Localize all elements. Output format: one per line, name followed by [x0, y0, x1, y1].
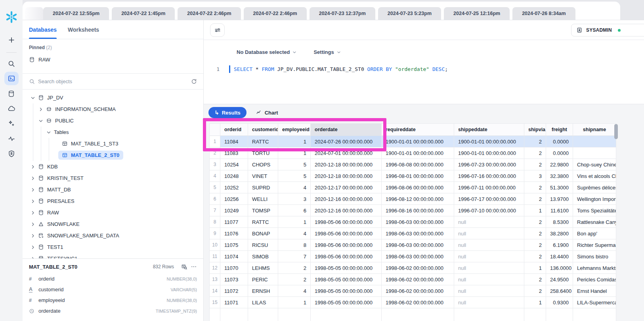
search-objects-input[interactable] [38, 78, 188, 84]
settings-dropdown[interactable]: Settings [313, 49, 341, 55]
cell-freight[interactable]: 258.6400 [546, 285, 573, 297]
cell-orderid[interactable]: 10256 [220, 193, 248, 205]
row-number[interactable]: 14 [210, 285, 220, 297]
ai-sparkles-nav-icon[interactable] [4, 117, 19, 130]
tree-item-mat_table_2_st0[interactable]: MAT_TABLE_2_ST0 [23, 149, 203, 161]
cell-customerid[interactable]: RICSU [248, 239, 278, 251]
cell-customerid[interactable]: SIMOB [248, 251, 278, 262]
row-number[interactable]: 4 [210, 170, 220, 182]
cell-shipvia[interactable]: 2 [524, 228, 546, 239]
cell-shippeddate[interactable]: null [454, 228, 524, 239]
cell-orderdate[interactable]: 1998-05-06 00:00:00.000 [311, 228, 382, 239]
cell-requireddate[interactable]: 1996-08-08 00:00:00.000 [382, 159, 454, 170]
pinned-item-raw[interactable]: RAW [29, 54, 197, 65]
cell-shipvia[interactable]: 2 [524, 193, 546, 205]
cell-customerid[interactable]: LEHMS [248, 262, 278, 274]
role-selector-button[interactable]: SYSADMIN [571, 24, 644, 36]
tree-item-presales[interactable]: PRESALES [23, 195, 203, 207]
cell-freight[interactable]: 38.2800 [546, 228, 573, 239]
refresh-icon[interactable] [191, 78, 197, 84]
cell-freight[interactable]: 136.0000 [546, 262, 573, 274]
row-number[interactable]: 12 [210, 262, 220, 274]
cell-shippeddate[interactable]: null [454, 216, 524, 228]
cell-requireddate[interactable]: 1900-01-01 00:00:00.000 [382, 147, 454, 159]
activity-nav-icon[interactable] [4, 132, 19, 145]
cell-shipvia[interactable]: 2 [524, 147, 546, 159]
cell-employeeid[interactable]: 4 [278, 228, 311, 239]
cell-shippeddate[interactable]: 1996-07-17 00:00:00.000 [454, 193, 524, 205]
cell-orderid[interactable]: 11075 [220, 239, 248, 251]
tab-results[interactable]: ↳ Results [208, 107, 247, 118]
cell-customerid[interactable]: ERNSH [248, 285, 278, 297]
cloud-nav-icon[interactable] [4, 102, 19, 115]
worksheet-tab[interactable]: 2024-07-22 1:45pm [112, 7, 175, 20]
cell-shippeddate[interactable]: 1996-07-11 00:00:00.000 [454, 182, 524, 193]
scrollbar-thumb[interactable] [614, 124, 618, 139]
cell-orderdate[interactable]: 2020-12-17 00:00:00.000 [311, 182, 382, 193]
row-number[interactable]: 7 [210, 205, 220, 216]
column-header-requireddate[interactable]: requireddate [382, 124, 454, 136]
cell-freight[interactable]: 0.0000 [546, 136, 573, 147]
cell-employeeid[interactable]: 5 [278, 170, 311, 182]
cell-freight[interactable]: 6.1900 [546, 239, 573, 251]
cell-orderid[interactable]: 11074 [220, 251, 248, 262]
cell-customerid[interactable]: PERIC [248, 274, 278, 285]
cell-orderdate[interactable]: 1998-05-05 00:00:00.000 [311, 297, 382, 308]
cell-shipvia[interactable]: 3 [524, 170, 546, 182]
cell-customerid[interactable]: RATTC [248, 216, 278, 228]
preview-data-icon[interactable] [181, 264, 187, 270]
cell-shipvia[interactable]: 2 [524, 285, 546, 297]
worksheet-tab[interactable]: 2024-07-25 12:16pm [444, 7, 510, 20]
cell-shippeddate[interactable]: 1900-01-01 00:00:00.000 [454, 147, 524, 159]
cell-customerid[interactable]: CHOPS [248, 159, 278, 170]
tab-chart[interactable]: Chart [256, 110, 278, 116]
cell-employeeid[interactable]: 8 [278, 239, 311, 251]
row-number[interactable]: 9 [210, 228, 220, 239]
cell-customerid[interactable]: TOMSP [248, 205, 278, 216]
worksheet-tab[interactable]: 2024-07-23 12:37pm [310, 7, 375, 20]
cell-freight[interactable]: 8.5300 [546, 216, 573, 228]
row-number[interactable]: 15 [210, 297, 220, 308]
row-number[interactable]: 6 [210, 193, 220, 205]
cell-freight[interactable]: 18.4400 [546, 251, 573, 262]
cell-shipvia[interactable]: 2 [524, 136, 546, 147]
worksheet-tab[interactable]: 2024-07-22 2:46pm [178, 7, 241, 20]
column-header-shipname[interactable]: shipname [573, 124, 616, 136]
cell-orderid[interactable]: 10249 [220, 205, 248, 216]
cell-customerid[interactable]: LILAS [248, 297, 278, 308]
cell-employeeid[interactable]: 2 [278, 262, 311, 274]
cell-freight[interactable]: 0.0000 [546, 147, 573, 159]
cell-orderid[interactable]: 10254 [220, 159, 248, 170]
cell-shipname[interactable] [573, 136, 616, 147]
cell-shipvia[interactable]: 2 [524, 216, 546, 228]
tree-item-test1[interactable]: TEST1 [23, 241, 203, 253]
cell-shipvia[interactable]: 2 [524, 239, 546, 251]
cell-shippeddate[interactable]: 1996-07-10 00:00:00.000 [454, 205, 524, 216]
cell-orderdate[interactable]: 1998-05-05 00:00:00.000 [311, 262, 382, 274]
snowflake-logo-icon[interactable] [5, 10, 18, 24]
cell-shipname[interactable]: Chop-suey Chinese [573, 159, 616, 170]
tree-item-jp_dv[interactable]: JP_DV [23, 92, 203, 103]
sql-line-1[interactable]: 1 SELECT * FROM JP_DV.PUBLIC.MAT_TABLE_2… [204, 65, 644, 73]
cell-orderid[interactable]: 11072 [220, 285, 248, 297]
cell-shippeddate[interactable]: 1996-07-23 00:00:00.000 [454, 159, 524, 170]
cell-shipvia[interactable]: 2 [524, 159, 546, 170]
cell-requireddate[interactable]: 1996-08-12 00:00:00.000 [382, 193, 454, 205]
cell-shippeddate[interactable]: null [454, 239, 524, 251]
cell-requireddate[interactable]: 1998-06-03 00:00:00.000 [382, 251, 454, 262]
cell-employeeid[interactable]: 6 [278, 205, 311, 216]
results-scrollbar[interactable] [614, 124, 618, 319]
cell-shipname[interactable]: LILA-Supermercado [573, 297, 616, 308]
cell-employeeid[interactable]: 5 [278, 159, 311, 170]
cell-customerid[interactable]: WELLI [248, 193, 278, 205]
cell-customerid[interactable]: SUPRD [248, 182, 278, 193]
tree-item-testsync1[interactable]: TESTSYNC1 [23, 253, 203, 258]
tab-worksheets[interactable]: Worksheets [68, 20, 99, 39]
cell-shippeddate[interactable]: null [454, 274, 524, 285]
cell-shipname[interactable]: Toms Spezialitäten [573, 205, 616, 216]
cell-shipname[interactable]: Lehmanns Marktstand [573, 262, 616, 274]
cell-orderdate[interactable]: 2020-12-16 00:00:00.000 [311, 205, 382, 216]
new-worksheet-button[interactable] [4, 33, 19, 47]
cell-shipname[interactable]: Bon app' [573, 228, 616, 239]
cell-orderid[interactable]: 11073 [220, 274, 248, 285]
